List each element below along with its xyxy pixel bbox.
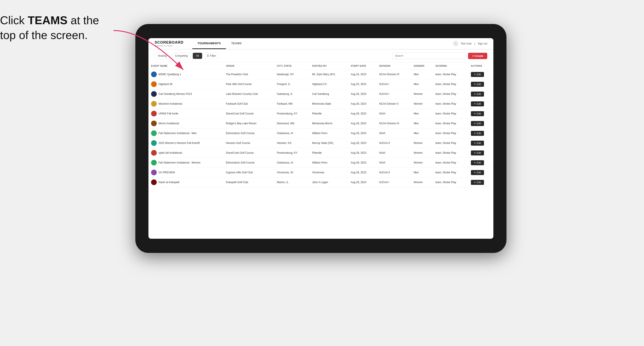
cell-hosted: Carl Sandburg (310, 89, 348, 99)
cell-scoring: team, Stroke Play (433, 79, 468, 89)
cell-date: Aug 28, 2023 (348, 148, 377, 158)
cell-event-name: 2023 Women's Hesston Fall Kickoff (148, 138, 223, 148)
col-scoring: SCORING (433, 62, 468, 70)
cell-hosted: Pikeville (310, 148, 348, 158)
edit-button[interactable]: ✏ Edit (471, 111, 484, 116)
edit-button[interactable]: ✏ Edit (471, 170, 484, 175)
cell-date: Aug 28, 2023 (348, 119, 377, 128)
event-logo (151, 81, 157, 87)
edit-button[interactable]: ✏ Edit (471, 180, 484, 185)
cell-scoring: team, Stroke Play (433, 148, 468, 158)
cell-scoring: team, Stroke Play (433, 89, 468, 99)
app-logo: SCOREBOARD (154, 40, 184, 45)
logo-area: SCOREBOARD Powered by clippit (154, 40, 184, 47)
user-label: Test User (460, 42, 472, 45)
cell-actions: ✏ Edit (468, 148, 493, 158)
edit-button[interactable]: ✏ Edit (471, 121, 484, 126)
cell-city: Prestonsburg, KY (274, 148, 310, 158)
filter-icon: ☰ (207, 54, 209, 57)
edit-icon: ✏ (474, 93, 476, 96)
cell-event-name: Klash at Kokopelli (148, 177, 223, 187)
search-input[interactable] (392, 52, 466, 59)
sign-out-link[interactable]: Sign out (478, 42, 487, 45)
cell-scoring: team, Stroke Play (433, 70, 468, 79)
edit-button[interactable]: ✏ Edit (471, 160, 484, 165)
event-logo (151, 111, 157, 116)
cell-division: NCAA Division III (376, 70, 411, 79)
table-header-row: EVENT NAME VENUE CITY, STATE HOSTED BY S… (148, 62, 493, 70)
cell-city: Hesston, KS (274, 138, 310, 148)
cell-actions: ✏ Edit (468, 79, 493, 89)
edit-icon: ✏ (474, 83, 476, 86)
edit-icon: ✏ (474, 132, 476, 135)
cell-gender: Men (411, 70, 433, 79)
cell-city: Deerwood, MN (274, 119, 310, 128)
cell-division: NAIA (376, 158, 411, 168)
event-logo (151, 170, 157, 175)
col-city: CITY, STATE (274, 62, 310, 70)
cell-hosted: Mt. Saint Mary (NY) (310, 70, 348, 79)
all-button[interactable]: All (193, 53, 202, 59)
cell-division: NJCAA II (376, 168, 411, 177)
col-date: START DATE (348, 62, 377, 70)
cell-venue: Faribault Golf Club (223, 99, 274, 109)
cell-event-name: Maverick Invitational (148, 99, 223, 109)
edit-button[interactable]: ✏ Edit (471, 131, 484, 136)
table-row: VU PREVIEW Cypress Hills Golf Club Vince… (148, 168, 493, 177)
header-right: ⚙ Test User | Sign out (453, 41, 487, 46)
table-row: MSMC Qualifying 1 The Powelton Club Newb… (148, 70, 493, 79)
cell-city: Marion, IL (274, 177, 310, 187)
gear-icon[interactable]: ⚙ (453, 41, 458, 46)
event-logo (151, 160, 157, 166)
edit-icon: ✏ (474, 122, 476, 125)
cell-hosted: William Penn (310, 128, 348, 138)
cell-venue: Ruttger's Bay Lake Resort (223, 119, 274, 128)
cell-gender: Men (411, 109, 433, 119)
cell-hosted: Minnesota State (310, 99, 348, 109)
cell-actions: ✏ Edit (468, 138, 493, 148)
cell-venue: Park Hills Golf Course (223, 79, 274, 89)
edit-button[interactable]: ✏ Edit (471, 101, 484, 106)
edit-button[interactable]: ✏ Edit (471, 151, 484, 156)
cell-venue: Edmundson Golf Course (223, 128, 274, 138)
nav-tab-tournaments[interactable]: TOURNAMENTS (192, 38, 226, 49)
cell-actions: ✏ Edit (468, 109, 493, 119)
cell-event-name: Fall Statesmen Invitational - Women (148, 158, 223, 168)
event-logo (151, 121, 157, 126)
cell-scoring: team, Stroke Play (433, 99, 468, 109)
cell-division: NCAA Division II (376, 99, 411, 109)
col-actions: ACTIONS (468, 62, 493, 70)
cell-actions: ✏ Edit (468, 177, 493, 187)
cell-actions: ✏ Edit (468, 158, 493, 168)
edit-icon: ✏ (474, 152, 476, 154)
hosting-button[interactable]: Hosting (154, 53, 170, 59)
edit-button[interactable]: ✏ Edit (471, 141, 484, 146)
cell-city: Oskaloosa, IA (274, 158, 310, 168)
cell-hosted: John A Logan (310, 177, 348, 187)
cell-actions: ✏ Edit (468, 128, 493, 138)
cell-actions: ✏ Edit (468, 168, 493, 177)
create-button[interactable]: + Create (468, 53, 487, 59)
cell-date: Aug 28, 2023 (348, 158, 377, 168)
cell-venue: Hesston Golf Course (223, 138, 274, 148)
col-division: DIVISION (376, 62, 411, 70)
event-name-text: UPIKE Fall Invite (158, 112, 178, 115)
cell-actions: ✏ Edit (468, 99, 493, 109)
edit-button[interactable]: ✏ Edit (471, 92, 484, 97)
filter-button[interactable]: ☰ Filter (204, 53, 219, 59)
table-row: upike fall invitational StoneCrest Golf … (148, 148, 493, 158)
cell-gender: Women (411, 89, 433, 99)
cell-gender: Men (411, 119, 433, 128)
edit-icon: ✏ (474, 73, 476, 76)
competing-button[interactable]: Competing (172, 53, 191, 59)
edit-button[interactable]: ✏ Edit (471, 82, 484, 87)
cell-date: Aug 28, 2023 (348, 99, 377, 109)
event-name-text: Maverick Invitational (158, 102, 182, 105)
event-logo (151, 71, 157, 77)
edit-button[interactable]: ✏ Edit (471, 72, 484, 77)
cell-date: Aug 28, 2023 (348, 128, 377, 138)
nav-tab-teams[interactable]: TEAMS (226, 38, 247, 49)
event-logo (151, 91, 157, 97)
edit-icon: ✏ (474, 181, 476, 184)
edit-icon: ✏ (474, 142, 476, 145)
